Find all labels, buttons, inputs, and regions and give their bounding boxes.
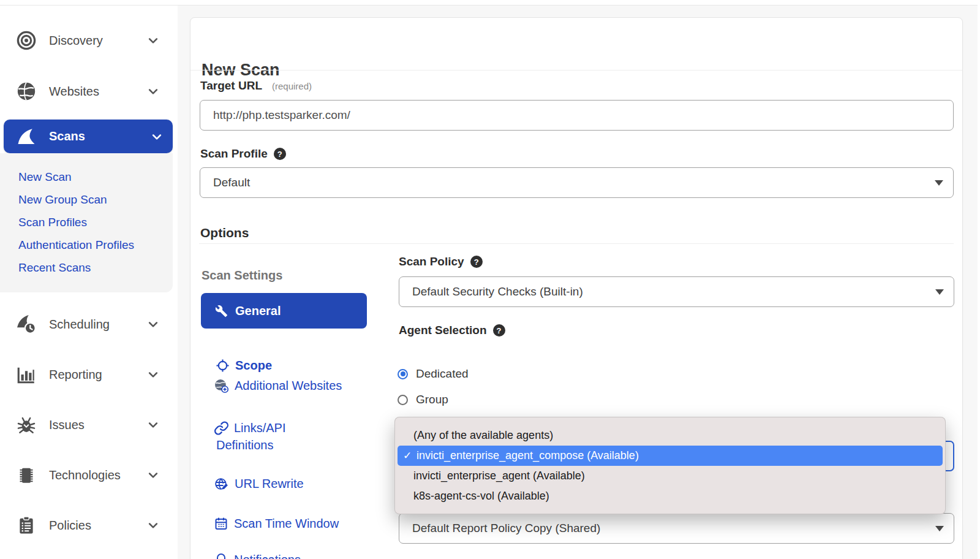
scan-policy-value: Default Security Checks (Built-in) [412, 285, 583, 299]
caret-down-icon [935, 180, 943, 186]
divider [199, 243, 954, 244]
sidebar-item-websites[interactable]: Websites [0, 74, 173, 108]
tab-label-line2: Definitions [216, 438, 285, 452]
chip-icon [15, 465, 38, 485]
sidebar-item-reporting[interactable]: Reporting [0, 357, 173, 392]
help-icon[interactable] [493, 324, 505, 337]
tab-notifications[interactable]: Notifications [214, 552, 301, 559]
dropdown-option-label: invicti_enterprise_agent (Available) [413, 470, 585, 482]
clipboard-icon [15, 515, 38, 536]
tab-label-line1: Links/API [234, 421, 285, 435]
submenu-item-scan-profiles[interactable]: Scan Profiles [0, 211, 173, 234]
dropdown-option-label: invicti_enterprise_agent_compose (Availa… [417, 449, 639, 462]
bell-icon [214, 552, 228, 559]
scan-profile-label: Scan Profile [200, 147, 268, 161]
tab-scan-time-window[interactable]: Scan Time Window [214, 516, 339, 531]
submenu-item-recent-scans[interactable]: Recent Scans [0, 256, 173, 279]
report-policy-select[interactable]: Default Report Policy Copy (Shared) [399, 513, 954, 544]
caret-down-icon [935, 526, 944, 531]
options-heading: Options [200, 226, 249, 240]
help-icon[interactable] [274, 148, 286, 160]
target-url-input[interactable] [200, 100, 954, 131]
bug-icon [15, 414, 38, 435]
scan-settings-heading: Scan Settings [202, 268, 282, 283]
crosshair-icon [216, 359, 230, 373]
dropdown-option[interactable]: (Any of the available agents) [395, 425, 945, 446]
tab-label: URL Rewrite [235, 477, 304, 491]
tab-links-api-definitions[interactable]: Links/API Definitions [214, 420, 285, 452]
new-scan-panel: New Scan Target URL (required) Scan Prof… [190, 17, 963, 559]
sidebar-item-label: Policies [49, 519, 91, 533]
sidebar-item-label: Websites [49, 85, 99, 99]
sidebar-item-discovery[interactable]: Discovery [0, 23, 173, 58]
chevron-down-icon [147, 34, 159, 47]
chevron-down-icon [147, 368, 159, 381]
caret-down-icon [935, 289, 944, 295]
agent-dropdown-menu: (Any of the available agents) ✓ invicti_… [394, 417, 946, 514]
dropdown-option[interactable]: k8s-agent-cs-vol (Available) [395, 486, 945, 506]
agent-selection-label: Agent Selection [399, 324, 487, 337]
target-url-label-row: Target URL (required) [200, 79, 312, 93]
shark-clock-icon [15, 313, 38, 335]
dropdown-option-label: (Any of the available agents) [413, 429, 553, 442]
sidebar-item-label: Scans [49, 129, 85, 143]
radio-selected-icon [398, 369, 408, 379]
radio-label: Dedicated [416, 367, 469, 381]
chevron-down-icon [147, 419, 159, 431]
link-icon [214, 420, 229, 436]
app-root: Discovery Websites Scans New Scan [0, 0, 980, 559]
wrench-icon [215, 305, 228, 318]
sidebar-item-scheduling[interactable]: Scheduling [0, 307, 173, 341]
sidebar-item-label: Discovery [49, 34, 103, 48]
sidebar-item-label: Reporting [49, 368, 102, 382]
scan-policy-select[interactable]: Default Security Checks (Built-in) [399, 276, 954, 307]
chevron-down-icon [151, 131, 163, 143]
sidebar-item-issues[interactable]: Issues [0, 408, 173, 442]
tab-label: Scan Time Window [234, 517, 339, 531]
tab-label: Notifications [234, 553, 301, 559]
page-scrollbar[interactable] [978, 0, 980, 559]
scan-policy-label: Scan Policy [399, 255, 464, 268]
submenu-item-authentication-profiles[interactable]: Authentication Profiles [0, 234, 173, 256]
globe-icon [15, 81, 38, 102]
top-edge [0, 0, 980, 6]
submenu-item-new-group-scan[interactable]: New Group Scan [0, 188, 173, 211]
tab-label: General [235, 304, 281, 318]
tab-label: Scope [235, 359, 272, 373]
submenu-item-new-scan[interactable]: New Scan [0, 165, 173, 188]
required-hint: (required) [272, 81, 312, 91]
scan-profile-select[interactable]: Default [200, 167, 954, 198]
sidebar-item-scans[interactable]: Scans [4, 120, 173, 153]
dropdown-option-label: k8s-agent-cs-vol (Available) [413, 490, 549, 503]
target-icon [15, 30, 38, 51]
tab-additional-websites[interactable]: Additional Websites [214, 378, 342, 394]
divider [190, 70, 962, 70]
sidebar-item-label: Technologies [49, 468, 121, 482]
help-icon[interactable] [470, 256, 483, 268]
radio-dedicated[interactable]: Dedicated [398, 367, 469, 381]
agent-selection-label-row: Agent Selection [399, 324, 505, 337]
tab-label: Additional Websites [235, 379, 342, 393]
dropdown-option[interactable]: invicti_enterprise_agent (Available) [395, 466, 945, 486]
chevron-down-icon [147, 318, 159, 330]
tab-scope[interactable]: Scope [216, 359, 272, 373]
sidebar-item-policies[interactable]: Policies [0, 508, 173, 542]
sidebar: Discovery Websites Scans New Scan [0, 6, 178, 559]
target-url-label: Target URL [200, 79, 262, 93]
globe-plus-icon [214, 378, 229, 394]
sidebar-item-label: Issues [49, 418, 85, 432]
dropdown-option-selected[interactable]: ✓ invicti_enterprise_agent_compose (Avai… [398, 446, 943, 466]
radio-unselected-icon [398, 395, 408, 405]
scan-profile-label-row: Scan Profile [200, 147, 286, 161]
sidebar-item-technologies[interactable]: Technologies [0, 458, 173, 492]
tab-url-rewrite[interactable]: URL Rewrite [214, 476, 304, 492]
checkmark-icon: ✓ [403, 449, 412, 462]
scans-submenu: New Scan New Group Scan Scan Profiles Au… [0, 153, 173, 292]
scan-profile-value: Default [213, 176, 250, 189]
report-policy-value: Default Report Policy Copy (Shared) [412, 522, 600, 535]
bar-chart-icon [15, 364, 38, 385]
tab-general[interactable]: General [201, 293, 367, 329]
radio-group[interactable]: Group [398, 393, 448, 406]
shark-fin-icon [15, 126, 38, 148]
chevron-down-icon [147, 469, 159, 481]
